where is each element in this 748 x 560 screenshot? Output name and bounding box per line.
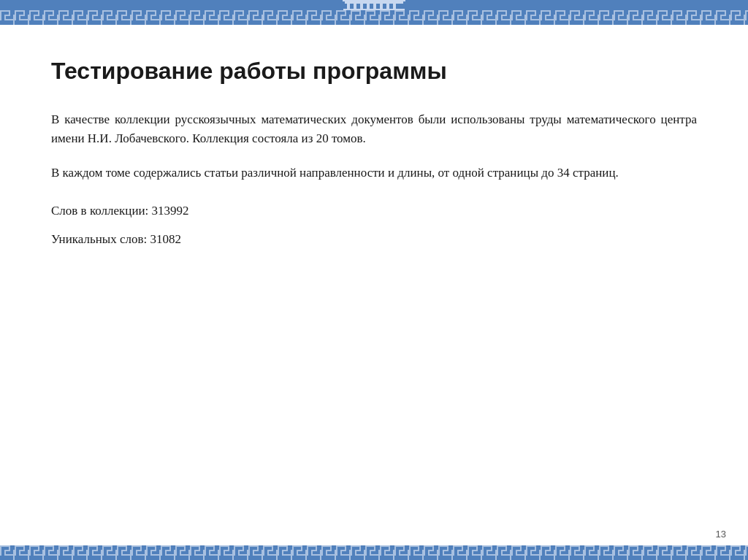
page-number: 13 — [716, 529, 726, 540]
svg-rect-1 — [347, 4, 350, 9]
bottom-decoration: 13 — [0, 545, 748, 560]
svg-rect-6 — [380, 4, 383, 9]
slide: Тестирование работы программы В качестве… — [0, 0, 748, 560]
svg-rect-22 — [0, 545, 748, 560]
stat-words: Слов в коллекции: 313992 — [51, 201, 697, 222]
meander-top-border — [0, 10, 748, 25]
stat-unique: Уникальных слов: 31082 — [51, 229, 697, 250]
svg-rect-10 — [343, 0, 405, 1]
top-decoration — [0, 0, 748, 25]
svg-rect-5 — [373, 4, 376, 9]
svg-rect-8 — [393, 4, 396, 9]
svg-rect-3 — [360, 4, 363, 9]
meander-bottom-border — [0, 545, 748, 560]
paragraph-2: В каждом томе содержались статьи различн… — [51, 164, 697, 183]
svg-rect-4 — [367, 4, 370, 9]
slide-title: Тестирование работы программы — [51, 58, 697, 85]
temple-icon — [341, 0, 407, 10]
svg-rect-7 — [386, 4, 389, 9]
svg-rect-9 — [343, 9, 405, 10]
svg-rect-2 — [354, 4, 356, 9]
svg-rect-20 — [0, 10, 748, 25]
paragraph-1: В качестве коллекции русскоязычных матем… — [51, 110, 697, 149]
svg-rect-0 — [345, 1, 403, 4]
content-area: Тестирование работы программы В качестве… — [0, 25, 748, 272]
